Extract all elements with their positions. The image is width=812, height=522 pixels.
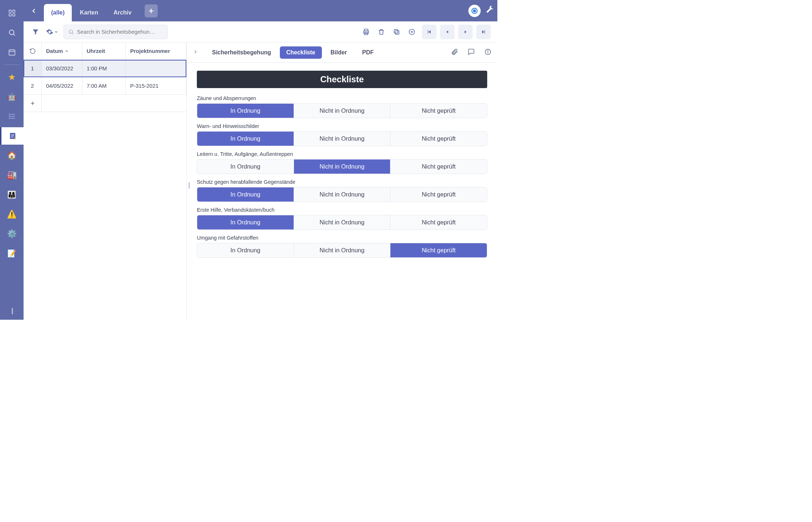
nav-prev-button[interactable] bbox=[440, 25, 455, 39]
view-settings-button[interactable] bbox=[46, 28, 58, 36]
segment-ok[interactable]: In Ordnung bbox=[197, 132, 294, 146]
tools-button[interactable] bbox=[486, 6, 494, 16]
collapse-detail-button[interactable] bbox=[192, 49, 203, 56]
segment-nc[interactable]: Nicht geprüft bbox=[390, 243, 487, 257]
column-header-datum[interactable]: Datum bbox=[42, 42, 82, 59]
nav-last-button[interactable] bbox=[476, 25, 491, 39]
cell-uhrzeit[interactable]: 7:00 AM bbox=[82, 77, 126, 94]
rail-item-people[interactable]: 👨‍👩‍👧 bbox=[3, 186, 21, 203]
attachments-icon[interactable] bbox=[451, 48, 458, 57]
rail-item-robot[interactable]: 🤖 bbox=[3, 88, 21, 105]
view-tab-1[interactable]: Karten bbox=[72, 4, 105, 21]
rail-item-edit[interactable]: 📝 bbox=[3, 245, 21, 262]
column-header-projektnummer[interactable]: Projektnummer bbox=[126, 42, 186, 59]
detail-tab-3[interactable]: PDF bbox=[356, 46, 380, 59]
svg-rect-2 bbox=[9, 14, 11, 16]
svg-rect-6 bbox=[9, 50, 15, 55]
segment-nok[interactable]: Nicht in Ordnung bbox=[294, 104, 391, 118]
filter-button[interactable] bbox=[30, 26, 41, 37]
splitter-handle[interactable]: || bbox=[188, 181, 189, 189]
detail-tab-0[interactable]: Sicherheitsbegehung bbox=[206, 46, 278, 59]
svg-rect-0 bbox=[9, 10, 11, 12]
detail-tab-1[interactable]: Checkliste bbox=[280, 46, 322, 59]
segment-nc[interactable]: Nicht geprüft bbox=[390, 160, 487, 174]
topbar: (alle)KartenArchiv bbox=[24, 0, 497, 21]
segment-nc[interactable]: Nicht geprüft bbox=[390, 215, 487, 229]
rail-resize-handle[interactable]: || bbox=[11, 307, 12, 315]
segmented-control: In OrdnungNicht in OrdnungNicht geprüft bbox=[197, 215, 487, 230]
search-input[interactable] bbox=[77, 29, 163, 35]
add-tab-button[interactable] bbox=[145, 4, 158, 17]
checklist-item-label: Schutz gegen herabfallende Gegenstände bbox=[197, 179, 487, 185]
svg-point-17 bbox=[69, 30, 73, 33]
segment-ok[interactable]: In Ordnung bbox=[197, 215, 294, 229]
checklist-item-label: Erste Hilfe, Verbandskästen/buch bbox=[197, 207, 487, 213]
checklist-item: Schutz gegen herabfallende GegenständeIn… bbox=[197, 179, 487, 202]
cell-projektnummer[interactable]: P-315-2021 bbox=[126, 77, 186, 94]
segmented-control: In OrdnungNicht in OrdnungNicht geprüft bbox=[197, 103, 487, 118]
segment-ok[interactable]: In Ordnung bbox=[197, 243, 294, 257]
table-row[interactable]: 103/30/20221:00 PM bbox=[24, 60, 186, 77]
segment-nok[interactable]: Nicht in Ordnung bbox=[294, 215, 391, 229]
rail-item-notes[interactable] bbox=[0, 127, 24, 145]
svg-rect-22 bbox=[395, 30, 399, 34]
segment-nok[interactable]: Nicht in Ordnung bbox=[294, 187, 391, 202]
segment-nok[interactable]: Nicht in Ordnung bbox=[294, 132, 391, 146]
checklist-item: Leitern u. Tritte, Aufgänge, Außentreppe… bbox=[197, 151, 487, 174]
rail-item-warning[interactable]: ⚠️ bbox=[3, 206, 21, 223]
cell-datum[interactable]: 03/30/2022 bbox=[42, 60, 82, 77]
rail-item-apps[interactable] bbox=[3, 4, 21, 22]
rail-item-search[interactable] bbox=[3, 24, 21, 41]
svg-point-31 bbox=[488, 50, 488, 51]
cell-projektnummer[interactable] bbox=[126, 60, 186, 77]
record-grid: Datum Uhrzeit Projektnummer 103/30/20221… bbox=[24, 42, 187, 320]
cell-uhrzeit[interactable]: 1:00 PM bbox=[82, 60, 126, 77]
table-row[interactable]: 204/05/20227:00 AMP-315-2021 bbox=[24, 77, 186, 95]
segment-ok[interactable]: In Ordnung bbox=[197, 160, 294, 174]
side-rail: ★🤖🏠🏭👨‍👩‍👧⚠️⚙️📝|| bbox=[0, 0, 24, 320]
print-button[interactable] bbox=[360, 25, 373, 38]
delete-button[interactable] bbox=[375, 25, 388, 38]
add-row-button[interactable] bbox=[24, 95, 42, 112]
rail-item-settings[interactable]: ⚙️ bbox=[3, 225, 21, 243]
view-tab-0[interactable]: (alle) bbox=[44, 4, 72, 21]
svg-rect-1 bbox=[12, 10, 14, 12]
rail-item-factory[interactable]: 🏭 bbox=[3, 166, 21, 184]
back-button[interactable] bbox=[27, 4, 40, 17]
rail-item-checklist[interactable] bbox=[3, 108, 21, 125]
nav-first-button[interactable] bbox=[422, 25, 436, 39]
view-tab-2[interactable]: Archiv bbox=[106, 4, 139, 21]
segment-nc[interactable]: Nicht geprüft bbox=[390, 187, 487, 202]
comments-icon[interactable] bbox=[468, 48, 475, 57]
segment-ok[interactable]: In Ordnung bbox=[197, 187, 294, 202]
svg-rect-3 bbox=[12, 14, 14, 16]
search-box[interactable] bbox=[63, 25, 168, 39]
rail-divider bbox=[5, 65, 19, 65]
info-icon[interactable] bbox=[484, 48, 492, 57]
segment-nok[interactable]: Nicht in Ordnung bbox=[294, 243, 391, 257]
segment-ok[interactable]: In Ordnung bbox=[197, 104, 294, 118]
svg-point-4 bbox=[9, 30, 14, 35]
refresh-button[interactable] bbox=[24, 42, 42, 59]
segment-nc[interactable]: Nicht geprüft bbox=[390, 132, 487, 146]
segmented-control: In OrdnungNicht in OrdnungNicht geprüft bbox=[197, 131, 487, 146]
row-number: 2 bbox=[24, 77, 42, 94]
segment-nc[interactable]: Nicht geprüft bbox=[390, 104, 487, 118]
rail-item-home[interactable]: 🏠 bbox=[3, 147, 21, 164]
detail-panel: SicherheitsbegehungChecklisteBilderPDF bbox=[187, 42, 497, 320]
nav-next-button[interactable] bbox=[458, 25, 473, 39]
checklist-item-label: Zäune und Absperrungen bbox=[197, 95, 487, 101]
detail-tab-2[interactable]: Bilder bbox=[324, 46, 353, 59]
rail-item-favorites[interactable]: ★ bbox=[3, 69, 21, 86]
cell-datum[interactable]: 04/05/2022 bbox=[42, 77, 82, 94]
add-record-button[interactable] bbox=[405, 25, 418, 38]
column-header-uhrzeit[interactable]: Uhrzeit bbox=[82, 42, 126, 59]
duplicate-button[interactable] bbox=[390, 25, 403, 38]
row-number: 1 bbox=[24, 60, 42, 77]
app-logo[interactable] bbox=[468, 5, 481, 17]
segmented-control: In OrdnungNicht in OrdnungNicht geprüft bbox=[197, 159, 487, 174]
checklist-item-label: Leitern u. Tritte, Aufgänge, Außentreppe… bbox=[197, 151, 487, 157]
segment-nok[interactable]: Nicht in Ordnung bbox=[294, 160, 391, 174]
rail-item-calendar[interactable] bbox=[3, 44, 21, 61]
checklist-item: Zäune und AbsperrungenIn OrdnungNicht in… bbox=[197, 95, 487, 118]
